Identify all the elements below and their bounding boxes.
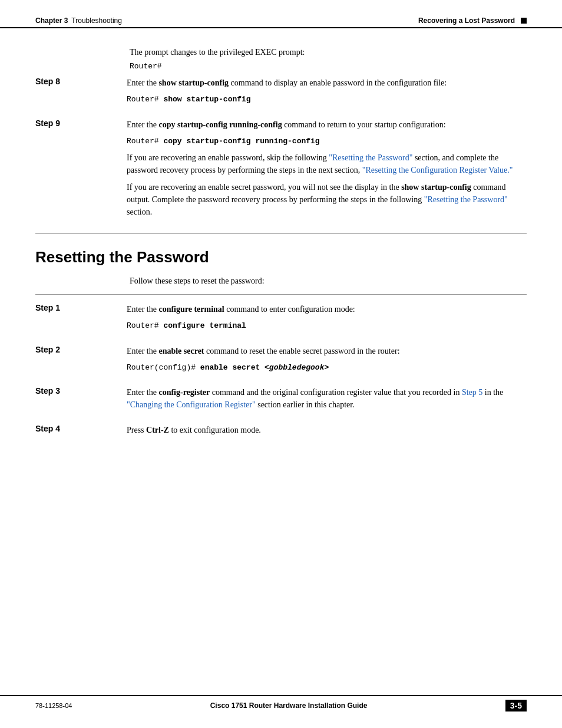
footer-title: Cisco 1751 Router Hardware Installation … bbox=[210, 701, 368, 710]
header-right: Recovering a Lost Password bbox=[418, 17, 527, 25]
step-8-code-bold: show startup-config bbox=[163, 95, 250, 104]
step-8-code-prefix: Router# bbox=[127, 95, 163, 104]
step-1-text: Enter the configure terminal command to … bbox=[127, 303, 527, 315]
intro-code: Router# bbox=[130, 62, 527, 71]
step-9: Step 9 Enter the copy startup-config run… bbox=[35, 118, 527, 223]
link-config-register-value[interactable]: "Resetting the Configuration Register Va… bbox=[362, 166, 513, 174]
step-2-content: Enter the enable secret command to reset… bbox=[127, 345, 527, 378]
step-8: Step 8 Enter the show startup-config com… bbox=[35, 77, 527, 110]
step-8-content: Enter the show startup-config command to… bbox=[127, 77, 527, 110]
link-resetting-password-2[interactable]: "Resetting the Password" bbox=[424, 195, 508, 204]
step-2-code-bold: enable secret <gobbledegook> bbox=[200, 363, 329, 372]
step-3-text: Enter the config-register command and th… bbox=[127, 386, 527, 411]
step-1-label: Step 1 bbox=[35, 303, 127, 312]
step-1-cmd: configure terminal bbox=[158, 305, 224, 314]
step-1: Step 1 Enter the configure terminal comm… bbox=[35, 303, 527, 337]
page: Chapter 3 Troubleshooting Recovering a L… bbox=[0, 0, 562, 728]
header-chapter-title: Troubleshooting bbox=[71, 17, 122, 25]
step-1-code-prefix: Router# bbox=[127, 321, 163, 330]
step-8-label: Step 8 bbox=[35, 77, 127, 86]
chapter-label: Chapter 3 bbox=[35, 17, 68, 25]
section-intro: Follow these steps to reset the password… bbox=[130, 275, 527, 287]
step-3-content: Enter the config-register command and th… bbox=[127, 386, 527, 416]
link-resetting-password-1[interactable]: "Resetting the Password" bbox=[329, 153, 412, 162]
step-9-code-bold: copy startup-config running-config bbox=[163, 137, 319, 146]
step-1-code-bold: configure terminal bbox=[163, 321, 246, 330]
link-changing-config-register[interactable]: "Changing the Configuration Register" bbox=[127, 400, 256, 409]
step-9-content: Enter the copy startup-config running-co… bbox=[127, 118, 527, 223]
step-8-code: Router# show startup-config bbox=[127, 94, 527, 106]
step-4-text: Press Ctrl-Z to exit configuration mode. bbox=[127, 424, 527, 436]
page-header: Chapter 3 Troubleshooting Recovering a L… bbox=[0, 0, 562, 28]
step-2-text: Enter the enable secret command to reset… bbox=[127, 345, 527, 357]
footer-doc-number: 78-11258-04 bbox=[35, 702, 72, 709]
footer-page-number: 3-5 bbox=[505, 700, 527, 711]
header-section-title: Recovering a Lost Password bbox=[418, 17, 515, 25]
page-footer: 78-11258-04 Cisco 1751 Router Hardware I… bbox=[0, 695, 562, 711]
step-8-cmd: show startup-config bbox=[158, 78, 229, 87]
step-9-label: Step 9 bbox=[35, 118, 127, 128]
header-black-square bbox=[521, 18, 527, 24]
step-4-content: Press Ctrl-Z to exit configuration mode. bbox=[127, 424, 527, 441]
step-2-code-prefix: Router(config)# bbox=[127, 363, 200, 372]
step-9-text: Enter the copy startup-config running-co… bbox=[127, 118, 527, 131]
content-area: The prompt changes to the privileged EXE… bbox=[0, 28, 562, 441]
step-4: Step 4 Press Ctrl-Z to exit configuratio… bbox=[35, 424, 527, 441]
step-3-label: Step 3 bbox=[35, 386, 127, 396]
section-divider-top bbox=[35, 233, 527, 234]
section-heading: Resetting the Password bbox=[35, 248, 527, 266]
section-divider-2 bbox=[35, 294, 527, 295]
step-9-para2: If you are recovering an enable secret p… bbox=[127, 181, 527, 218]
header-left: Chapter 3 Troubleshooting bbox=[35, 17, 122, 25]
step-4-label: Step 4 bbox=[35, 424, 127, 433]
step-2-cmd: enable secret bbox=[158, 347, 204, 355]
step-2-code-italic: <gobbledegook> bbox=[265, 363, 329, 372]
step-2: Step 2 Enter the enable secret command t… bbox=[35, 345, 527, 378]
step-1-content: Enter the configure terminal command to … bbox=[127, 303, 527, 337]
step-8-text: Enter the show startup-config command to… bbox=[127, 77, 527, 89]
step-9-para1: If you are recovering an enable password… bbox=[127, 151, 527, 176]
step-1-code: Router# configure terminal bbox=[127, 320, 527, 332]
step-2-label: Step 2 bbox=[35, 345, 127, 354]
step-9-code-prefix: Router# bbox=[127, 137, 163, 146]
intro-paragraph: The prompt changes to the privileged EXE… bbox=[130, 46, 527, 58]
step-9-code: Router# copy startup-config running-conf… bbox=[127, 136, 527, 147]
step-9-cmd: copy startup-config running-config bbox=[158, 120, 282, 129]
step-3: Step 3 Enter the config-register command… bbox=[35, 386, 527, 416]
step-4-cmd: Ctrl-Z bbox=[146, 426, 169, 434]
step-2-code: Router(config)# enable secret <gobbledeg… bbox=[127, 362, 527, 374]
link-step5[interactable]: Step 5 bbox=[462, 388, 482, 397]
step-9-show-startup: show startup-config bbox=[401, 183, 471, 192]
step-3-cmd: config-register bbox=[158, 388, 210, 397]
